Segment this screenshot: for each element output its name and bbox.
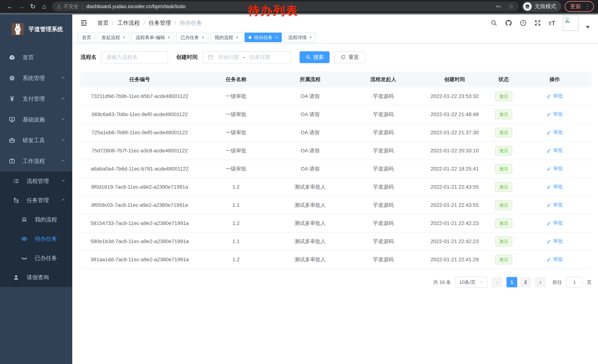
- sidebar-item-todo-tasks[interactable]: 待办任务: [0, 229, 72, 249]
- tab-close-icon[interactable]: ×: [201, 35, 204, 40]
- approve-link-label: 审批: [553, 129, 563, 136]
- breadcrumb-workflow[interactable]: 工作流程: [117, 19, 140, 27]
- next-page-button[interactable]: ›: [535, 277, 546, 287]
- hamburger-collapse-icon[interactable]: [80, 19, 87, 27]
- security-warning-icon[interactable]: ⚠: [57, 4, 61, 10]
- col-status: 状态: [490, 76, 518, 83]
- avatar[interactable]: [563, 15, 578, 31]
- browser-chrome: ← → ↻ ⌂ ⚠ 不安全 dashboard.yudao.iocoder.cn…: [0, 0, 598, 13]
- tab-close-icon[interactable]: ×: [275, 35, 278, 40]
- cell-process: OA 请假: [273, 93, 347, 100]
- process-name-label: 流程名: [80, 54, 97, 61]
- help-icon[interactable]: ?: [520, 19, 527, 26]
- search-icon[interactable]: [490, 19, 498, 26]
- approve-link[interactable]: 审批: [547, 111, 563, 117]
- tab-label: 流程详情: [288, 34, 307, 40]
- back-icon[interactable]: ←: [4, 1, 16, 11]
- date-range-input[interactable]: 开始日期 - 结束日期: [202, 51, 291, 63]
- tab-close-icon[interactable]: ×: [236, 35, 238, 40]
- search-button[interactable]: 搜索: [299, 51, 330, 63]
- sidebar-item-system[interactable]: 系统管理: [0, 68, 72, 89]
- flow-tree-icon: [12, 197, 20, 203]
- page-size-select[interactable]: 10条/页: [455, 277, 488, 288]
- reset-button[interactable]: 重置: [334, 51, 365, 63]
- goto-page-input[interactable]: 1: [566, 277, 583, 288]
- monitor-icon: [8, 116, 16, 123]
- sidebar-item-task-mgmt[interactable]: 任务管理: [0, 191, 72, 210]
- sidebar-item-infra[interactable]: 基础设施: [0, 109, 72, 130]
- cell-task-name: 一级审批: [199, 165, 273, 172]
- view-tab[interactable]: 待办任务 ×: [245, 32, 282, 42]
- sidebar-item-process-mgmt[interactable]: 流程管理: [0, 171, 72, 191]
- sidebar-item-home[interactable]: 首页: [0, 47, 72, 68]
- cell-starter: 芋道源码: [347, 184, 419, 191]
- edit-icon: [547, 112, 551, 117]
- view-tab[interactable]: 已办任务 ×: [176, 32, 208, 42]
- tab-label: 待办任务: [254, 34, 273, 40]
- approve-link[interactable]: 审批: [547, 93, 563, 99]
- status-badge: 激活: [495, 218, 512, 228]
- sidebar-item-workflow[interactable]: 工作流程: [0, 151, 72, 171]
- app-logo-row[interactable]: 芋道管理系统: [0, 15, 72, 44]
- view-tab[interactable]: 我的流程 ×: [210, 32, 242, 42]
- github-icon[interactable]: [505, 19, 512, 27]
- approve-link-label: 审批: [553, 220, 563, 226]
- tab-close-icon[interactable]: ×: [309, 35, 312, 40]
- sidebar-item-my-process[interactable]: 我的流程: [0, 210, 72, 229]
- edit-icon: [547, 166, 551, 171]
- approve-link-label: 审批: [553, 93, 563, 99]
- approve-link[interactable]: 审批: [547, 238, 563, 244]
- sidebar-item-leave-query[interactable]: 请假查询: [0, 268, 72, 287]
- tab-close-icon[interactable]: ×: [123, 35, 125, 40]
- breadcrumb-separator: /: [143, 20, 145, 26]
- home-icon[interactable]: ⌂: [39, 1, 50, 11]
- edit-icon: [547, 94, 551, 98]
- page-number-button[interactable]: 2: [520, 277, 531, 287]
- view-tab[interactable]: 发起流程 ×: [98, 32, 129, 42]
- cell-task-name: 一级审批: [199, 129, 273, 136]
- edit-icon: [547, 202, 551, 207]
- approve-link-label: 审批: [553, 202, 563, 208]
- approve-link[interactable]: 审批: [547, 184, 563, 190]
- password-key-icon[interactable]: [495, 3, 502, 10]
- sidebar-item-done-tasks[interactable]: 已办任务: [0, 249, 72, 268]
- forward-icon[interactable]: →: [16, 1, 27, 11]
- breadcrumb-home[interactable]: 首页: [98, 19, 108, 27]
- approve-link[interactable]: 审批: [547, 202, 563, 208]
- view-tab[interactable]: 流程表单-编辑 ×: [132, 32, 174, 42]
- view-tab[interactable]: 流程详情 ×: [284, 32, 316, 42]
- edit-icon: [547, 130, 551, 135]
- font-size-icon[interactable]: тT: [548, 19, 555, 27]
- page-number-button[interactable]: 1: [507, 277, 517, 287]
- approve-link[interactable]: 审批: [547, 147, 563, 154]
- update-label[interactable]: 更新: [570, 3, 581, 10]
- cell-create-time: 2022-01-22 20:33:10: [419, 148, 490, 154]
- approve-link[interactable]: 审批: [547, 256, 563, 263]
- cell-task-id: 58154733-7ac8-11ec-a9e2-a2380e71991a: [80, 220, 199, 226]
- edit-icon: [547, 184, 551, 189]
- avatar-dropdown-caret[interactable]: [586, 26, 590, 29]
- prev-page-button[interactable]: ‹: [492, 277, 502, 287]
- fullscreen-icon[interactable]: [534, 19, 541, 26]
- chevron-down-icon: [61, 96, 66, 102]
- approve-link-label: 审批: [553, 111, 563, 117]
- cell-task-name: 一级审批: [199, 111, 273, 118]
- cell-task-id: 75d72608-7b7f-11ec-a3c8-acde48001122: [80, 148, 199, 154]
- todo-task-table: 任务编号 任务名称 所属流程 流程发起人 创建时间 状态 操作 73211d9d…: [80, 72, 592, 269]
- browser-update-button[interactable]: 更新 ⋮: [565, 1, 594, 12]
- tab-close-icon[interactable]: ×: [167, 35, 170, 40]
- sidebar-item-devtools[interactable]: 研发工具: [0, 130, 72, 151]
- sidebar-item-payment[interactable]: ¥ 支付管理: [0, 89, 72, 109]
- approve-link[interactable]: 审批: [547, 165, 563, 172]
- view-tab[interactable]: 首页 ×: [78, 32, 95, 42]
- breadcrumb-task-mgmt[interactable]: 任务管理: [149, 19, 171, 27]
- create-time-label: 创建时间: [176, 54, 198, 61]
- table-row: a6aba0a4-7b6d-11ec-b781-acde48001122 一级审…: [80, 160, 592, 178]
- table-row: 580e1b3d-7ac8-11ec-a9e2-a2380e71991a 1.1…: [80, 233, 592, 251]
- reload-icon[interactable]: ↻: [27, 1, 39, 11]
- approve-link[interactable]: 审批: [547, 220, 563, 226]
- approve-link[interactable]: 审批: [547, 129, 563, 136]
- process-name-input[interactable]: 请输入流程名: [101, 51, 168, 63]
- bookmark-star-icon[interactable]: ☆: [508, 3, 514, 10]
- browser-menu-icon[interactable]: ⋮: [584, 3, 590, 10]
